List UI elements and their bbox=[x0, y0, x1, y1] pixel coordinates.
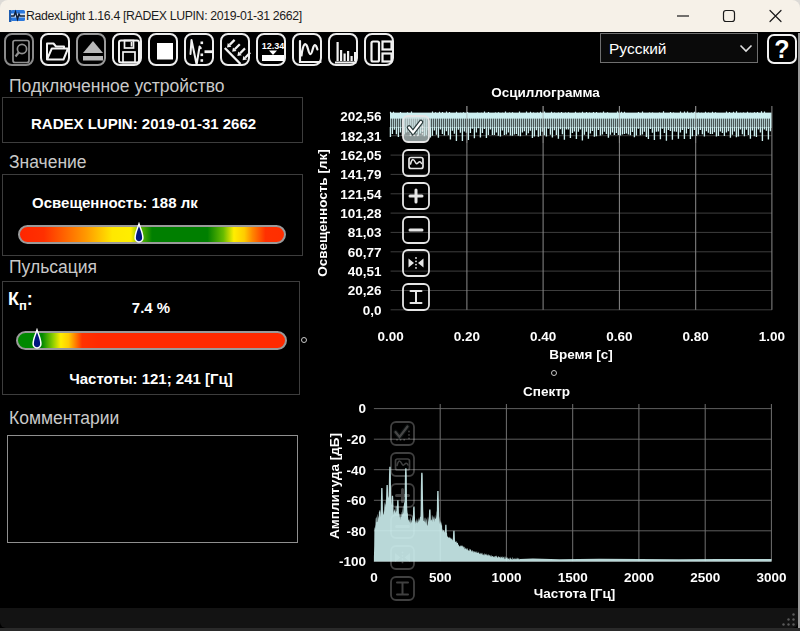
svg-text:0: 0 bbox=[358, 401, 366, 416]
svg-text:162,05: 162,05 bbox=[340, 148, 382, 163]
svg-text:0.80: 0.80 bbox=[683, 329, 709, 344]
svg-text:-100: -100 bbox=[339, 554, 366, 569]
svg-text:-80: -80 bbox=[346, 524, 366, 539]
svg-text:Освещенность [лк]: Освещенность [лк] bbox=[315, 149, 330, 276]
svg-text:-20: -20 bbox=[346, 432, 366, 447]
svg-text:0.60: 0.60 bbox=[606, 329, 632, 344]
svg-text:20,26: 20,26 bbox=[348, 283, 382, 298]
svg-text:0.00: 0.00 bbox=[377, 329, 403, 344]
svg-text:1500: 1500 bbox=[558, 570, 588, 585]
svg-text:202,56: 202,56 bbox=[340, 109, 382, 124]
svg-text:0.20: 0.20 bbox=[454, 329, 480, 344]
svg-text:Спектр: Спектр bbox=[523, 384, 570, 399]
svg-text:Амплитуда [дБ]: Амплитуда [дБ] bbox=[327, 433, 342, 539]
svg-text:60,77: 60,77 bbox=[348, 245, 382, 260]
svg-text:81,03: 81,03 bbox=[348, 225, 382, 240]
svg-text:1.00: 1.00 bbox=[759, 329, 785, 344]
svg-text:Время [с]: Время [с] bbox=[549, 347, 612, 362]
svg-text:0.40: 0.40 bbox=[530, 329, 556, 344]
svg-text:0: 0 bbox=[370, 570, 378, 585]
svg-text:3000: 3000 bbox=[756, 570, 786, 585]
svg-text:182,31: 182,31 bbox=[340, 129, 382, 144]
svg-text:2500: 2500 bbox=[690, 570, 720, 585]
svg-text:Осциллограмма: Осциллограмма bbox=[491, 85, 600, 100]
svg-text:0,0: 0,0 bbox=[363, 303, 382, 318]
svg-text:-40: -40 bbox=[346, 463, 366, 478]
svg-text:121,54: 121,54 bbox=[340, 187, 382, 202]
svg-text:141,79: 141,79 bbox=[340, 167, 381, 182]
svg-text:12.34: 12.34 bbox=[262, 41, 285, 51]
svg-text:40,51: 40,51 bbox=[348, 264, 382, 279]
svg-text:-60: -60 bbox=[346, 493, 366, 508]
svg-text:500: 500 bbox=[429, 570, 452, 585]
svg-text:1000: 1000 bbox=[491, 570, 521, 585]
svg-text:Частота [Гц]: Частота [Гц] bbox=[534, 586, 616, 601]
svg-text:2000: 2000 bbox=[624, 570, 654, 585]
svg-text:101,28: 101,28 bbox=[340, 206, 382, 221]
